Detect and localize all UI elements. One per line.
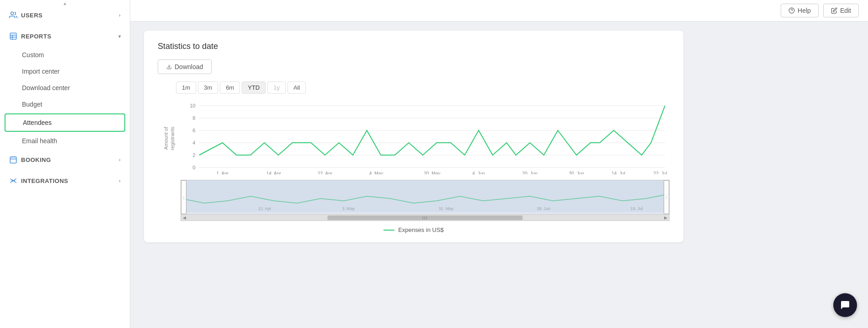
sidebar-users-label: USERS xyxy=(21,12,43,19)
mini-handle-left[interactable]: ⋮ xyxy=(181,180,186,214)
filter-all[interactable]: All xyxy=(288,81,306,94)
help-label: Help xyxy=(798,7,811,14)
y-axis-section: Amount ofregistrants xyxy=(158,101,181,176)
sidebar-item-reports[interactable]: REPORTS ▾ xyxy=(0,26,130,47)
svg-text:12. Apr: 12. Apr xyxy=(258,206,272,211)
help-button[interactable]: Help xyxy=(781,4,819,17)
mini-chart-section: ⋮ ⋮ 12. Apr 3. May 31. xyxy=(158,180,670,215)
svg-text:1. Apr: 1. Apr xyxy=(216,171,229,174)
sidebar-item-import-center[interactable]: Import center xyxy=(0,63,130,80)
scrollbar-thumb[interactable]: ||| xyxy=(327,215,522,220)
users-chevron: › xyxy=(119,13,121,18)
sidebar-item-attendees[interactable]: Attendees xyxy=(5,113,125,132)
sidebar-booking-label: BOOKING xyxy=(21,156,51,163)
filter-1y[interactable]: 1y xyxy=(267,81,286,94)
sidebar-integrations-label: INTEGRATIONS xyxy=(21,177,68,184)
budget-label: Budget xyxy=(22,101,42,108)
sidebar-item-custom[interactable]: Custom xyxy=(0,47,130,63)
filter-3m[interactable]: 3m xyxy=(198,81,218,94)
svg-text:4: 4 xyxy=(192,140,195,145)
svg-text:6: 6 xyxy=(192,128,195,133)
main-content: Help Edit Statistics to date Download 1m… xyxy=(130,0,868,328)
email-health-label: Email health xyxy=(22,137,57,145)
scroll-up-indicator: ▲ xyxy=(62,0,68,6)
reports-icon xyxy=(9,32,17,40)
filter-6m[interactable]: 6m xyxy=(220,81,240,94)
mini-handle-right[interactable]: ⋮ xyxy=(664,180,669,214)
svg-text:14. Jul: 14. Jul xyxy=(612,171,625,174)
time-filter-group: 1m 3m 6m YTD 1y All xyxy=(176,81,670,94)
top-bar: Help Edit xyxy=(130,0,868,22)
sidebar-item-booking[interactable]: BOOKING › xyxy=(0,149,130,170)
edit-label: Edit xyxy=(840,7,851,14)
svg-rect-5 xyxy=(10,157,16,163)
filter-1m[interactable]: 1m xyxy=(176,81,196,94)
main-chart-svg: 10 8 6 4 2 0 1. Apr 14. Apr 22. Apr 4. M… xyxy=(181,101,670,174)
svg-text:28. Jun: 28. Jun xyxy=(537,206,550,211)
svg-text:4. May: 4. May xyxy=(369,171,383,174)
integrations-chevron: › xyxy=(119,178,121,183)
card-title: Statistics to date xyxy=(158,42,670,51)
mini-chart-wrapper: ⋮ ⋮ 12. Apr 3. May 31. xyxy=(181,180,670,215)
help-icon xyxy=(788,7,795,14)
svg-text:0: 0 xyxy=(192,165,195,170)
svg-text:22. Apr: 22. Apr xyxy=(318,171,333,174)
main-chart-container: 10 8 6 4 2 0 1. Apr 14. Apr 22. Apr 4. M… xyxy=(181,101,670,176)
sidebar-item-users[interactable]: USERS › xyxy=(0,5,130,26)
svg-text:14. Apr: 14. Apr xyxy=(266,171,282,174)
download-label: Download xyxy=(175,63,203,70)
chat-icon xyxy=(840,300,851,311)
svg-text:3. May: 3. May xyxy=(342,206,355,211)
download-icon xyxy=(166,64,172,70)
booking-chevron: › xyxy=(119,157,121,162)
sidebar-reports-label: REPORTS xyxy=(21,33,51,40)
svg-text:22. Jul: 22. Jul xyxy=(654,171,667,174)
edit-button[interactable]: Edit xyxy=(823,4,859,17)
filter-ytd[interactable]: YTD xyxy=(242,81,266,94)
chart-legend: Expenses in US$ xyxy=(158,226,670,233)
sidebar-item-budget[interactable]: Budget xyxy=(0,96,130,113)
booking-icon xyxy=(9,156,17,164)
legend-label: Expenses in US$ xyxy=(398,226,444,233)
svg-text:8: 8 xyxy=(192,115,195,121)
statistics-card: Statistics to date Download 1m 3m 6m YTD… xyxy=(144,31,683,242)
sidebar-item-download-center[interactable]: Download center xyxy=(0,80,130,96)
edit-icon xyxy=(831,7,837,14)
svg-text:19. Jul: 19. Jul xyxy=(630,206,643,211)
custom-label: Custom xyxy=(22,51,44,59)
download-button[interactable]: Download xyxy=(158,59,212,74)
scrollbar-section: ◀ ||| ▶ xyxy=(158,215,670,221)
svg-text:20. May: 20. May xyxy=(424,171,441,174)
sidebar-item-email-health[interactable]: Email health xyxy=(0,133,130,149)
scrollbar-track[interactable]: ◀ ||| ▶ xyxy=(181,215,670,221)
svg-text:30. Jun: 30. Jun xyxy=(569,171,584,174)
y-axis-label: Amount ofregistrants xyxy=(163,127,176,150)
content-area: Statistics to date Download 1m 3m 6m YTD… xyxy=(130,22,868,328)
svg-text:2: 2 xyxy=(192,152,195,158)
svg-text:10: 10 xyxy=(190,103,195,108)
sidebar-item-integrations[interactable]: INTEGRATIONS › xyxy=(0,170,130,191)
svg-text:20. Jun: 20. Jun xyxy=(522,171,538,174)
chart-area: Amount ofregistrants 10 8 xyxy=(158,101,670,176)
download-center-label: Download center xyxy=(22,84,70,91)
reports-chevron: ▾ xyxy=(118,34,121,39)
mini-chart-svg: 12. Apr 3. May 31. May 28. Jun 19. Jul xyxy=(181,180,669,212)
integrations-icon xyxy=(9,177,17,185)
svg-point-0 xyxy=(11,12,14,15)
svg-text:31. May: 31. May xyxy=(439,206,454,211)
import-center-label: Import center xyxy=(22,68,59,75)
svg-rect-1 xyxy=(10,33,16,39)
chat-bubble[interactable] xyxy=(833,293,857,317)
users-icon xyxy=(9,11,17,19)
legend-line xyxy=(383,230,394,231)
svg-text:4. Jun: 4. Jun xyxy=(472,171,485,174)
sidebar: ▲ USERS › REPORTS ▾ Custom Import center… xyxy=(0,0,130,328)
attendees-label: Attendees xyxy=(23,119,52,126)
